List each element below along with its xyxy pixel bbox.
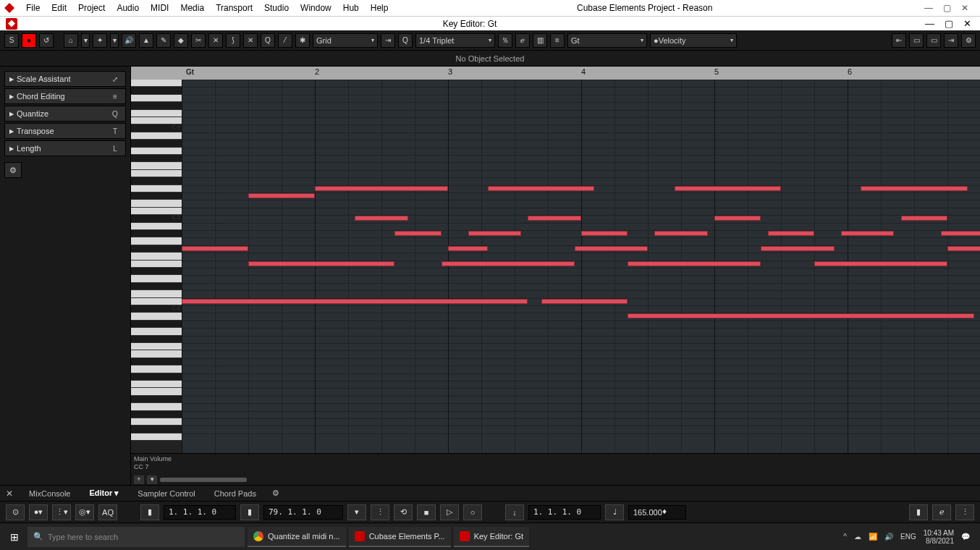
midi-note[interactable] xyxy=(841,231,895,236)
solo-button[interactable]: S xyxy=(4,33,19,48)
record-button[interactable]: ○ xyxy=(463,504,482,520)
start-button[interactable]: ⊞ xyxy=(4,527,25,547)
inspector-scale-assistant[interactable]: ▶Scale Assistant⤢ xyxy=(4,71,126,87)
menu-transport[interactable]: Transport xyxy=(210,1,258,14)
midi-note[interactable] xyxy=(941,231,980,236)
controller-lane[interactable]: Main Volume CC 7 xyxy=(131,453,980,475)
glue-tool[interactable]: ⟆ xyxy=(226,33,240,48)
quantize-apply-button[interactable]: Q xyxy=(398,33,413,48)
position-menu[interactable]: ▾ xyxy=(347,504,366,520)
menu-studio[interactable]: Studio xyxy=(258,1,295,14)
dropdown-icon[interactable]: ▾ xyxy=(81,33,90,48)
currently-edited-part-icon[interactable]: ≡ xyxy=(550,33,565,48)
acoustic-feedback-button[interactable]: 🔊 xyxy=(122,33,136,48)
tab-editor[interactable]: Editor ▾ xyxy=(86,487,122,499)
midi-note[interactable] xyxy=(768,231,814,236)
menu-audio[interactable]: Audio xyxy=(111,1,145,14)
zoom-tool[interactable]: ✕ xyxy=(243,33,258,48)
locator-left-icon[interactable]: ▮ xyxy=(140,504,159,520)
quantize-panel-button[interactable]: ℯ xyxy=(515,33,530,48)
menu-hub[interactable]: Hub xyxy=(337,1,365,14)
midi-note[interactable] xyxy=(675,186,781,191)
play-button[interactable]: ▷ xyxy=(440,504,459,520)
line-tool[interactable]: Q xyxy=(261,33,275,48)
midi-note[interactable] xyxy=(528,216,581,221)
inspector-settings-button[interactable]: ⚙ xyxy=(4,162,22,178)
tray-notifications-icon[interactable]: 💬 xyxy=(961,533,970,541)
left-locator-display[interactable]: 1. 1. 1. 0 xyxy=(164,505,236,520)
snap-type-select[interactable]: Grid▾ xyxy=(313,33,378,48)
taskbar-item-cubase-project[interactable]: Cubase Elements P... xyxy=(349,527,451,547)
menu-edit[interactable]: Edit xyxy=(46,1,72,14)
edited-part-select[interactable]: Gt▾ xyxy=(567,33,647,48)
midi-note[interactable] xyxy=(355,216,408,221)
transport-settings[interactable]: ⋮ xyxy=(955,504,974,520)
midi-note[interactable] xyxy=(394,231,441,236)
inspector-transpose[interactable]: ▶TransposeT xyxy=(4,123,126,139)
tray-network-icon[interactable]: 📶 xyxy=(869,533,877,541)
zone-layout-1[interactable]: ▭ xyxy=(909,33,924,48)
snap-to-grid-icon[interactable]: ⇥ xyxy=(381,33,395,48)
inspector-length[interactable]: ▶LengthL xyxy=(4,140,126,156)
cycle-button[interactable]: ◎▾ xyxy=(75,504,94,520)
midi-note[interactable] xyxy=(901,216,947,221)
midi-note[interactable] xyxy=(654,231,708,236)
tab-chord-pads[interactable]: Chord Pads xyxy=(211,488,259,499)
part-border-icon[interactable]: ▥ xyxy=(533,33,547,48)
midi-note[interactable] xyxy=(814,261,947,266)
zoom-in-button[interactable]: + xyxy=(134,475,144,484)
tray-clock[interactable]: 10:43 AM 8/8/2021 xyxy=(924,529,954,545)
ke-minimize-button[interactable]: — xyxy=(925,18,934,29)
midi-note[interactable] xyxy=(488,186,594,191)
show-info-button[interactable]: ⌂ xyxy=(64,33,78,48)
midi-note[interactable] xyxy=(714,216,761,221)
taskbar-item-chrome[interactable]: Quantize all midi n... xyxy=(248,527,346,547)
taskbar-item-key-editor[interactable]: Key Editor: Gt xyxy=(454,527,529,547)
right-locator-display[interactable]: 1. 1. 1. 0 xyxy=(528,505,601,520)
auto-scroll-button[interactable]: ✦ xyxy=(93,33,107,48)
count-in-button[interactable]: ℯ xyxy=(932,504,951,520)
main-maximize-button[interactable]: ▢ xyxy=(943,3,951,13)
tempo-track-button[interactable]: ♩ xyxy=(605,504,624,520)
iterative-quantize-icon[interactable]: ％ xyxy=(498,33,512,48)
stop-button[interactable]: ■ xyxy=(417,504,436,520)
menu-window[interactable]: Window xyxy=(295,1,337,14)
midi-note[interactable] xyxy=(761,246,834,251)
record-in-editor-button[interactable]: ● xyxy=(22,33,36,48)
select-tool[interactable]: ▲ xyxy=(139,33,153,48)
midi-note[interactable] xyxy=(575,246,648,251)
tab-sampler-control[interactable]: Sampler Control xyxy=(135,488,198,499)
punch-menu[interactable]: ⋮▾ xyxy=(52,504,71,520)
tray-chevron-icon[interactable]: ^ xyxy=(843,533,847,541)
midi-note[interactable] xyxy=(468,231,522,236)
midi-note[interactable] xyxy=(442,261,575,266)
taskbar-search[interactable]: 🔍 Type here to search xyxy=(28,527,245,547)
time-ruler[interactable]: Gt 23456 xyxy=(131,67,980,80)
midi-note[interactable] xyxy=(315,186,448,191)
midi-note[interactable] xyxy=(861,186,967,191)
transport-menu[interactable]: ⊙ xyxy=(6,504,25,520)
quantize-preset-select[interactable]: 1/4 Triplet▾ xyxy=(415,33,495,48)
main-close-button[interactable]: ✕ xyxy=(961,3,968,13)
midi-note[interactable] xyxy=(947,246,980,251)
midi-note[interactable] xyxy=(248,193,315,198)
main-minimize-button[interactable]: — xyxy=(924,3,933,13)
horizontal-scrollbar[interactable] xyxy=(160,478,247,482)
menu-media[interactable]: Media xyxy=(174,1,210,14)
locator-right-icon[interactable]: ▮ xyxy=(240,504,259,520)
zone-right-button[interactable]: ⇥ xyxy=(944,33,958,48)
lower-zone-settings[interactable]: ⚙ xyxy=(272,488,279,498)
dropdown-icon[interactable]: ▾ xyxy=(110,33,119,48)
trim-tool[interactable]: ✂ xyxy=(191,33,206,48)
auto-quantize-button[interactable]: AQ xyxy=(98,504,117,520)
time-warp-tool[interactable]: ∕ xyxy=(278,33,292,48)
midi-note[interactable] xyxy=(182,299,528,304)
inspector-chord-editing[interactable]: ▶Chord Editing≡ xyxy=(4,88,126,104)
menu-help[interactable]: Help xyxy=(365,1,394,14)
note-grid[interactable] xyxy=(182,80,980,453)
snap-toggle[interactable]: ✱ xyxy=(295,33,310,48)
position-display[interactable]: 79. 1. 1. 0 xyxy=(263,505,343,520)
rewind-button[interactable]: ⟲ xyxy=(394,504,413,520)
zone-left-button[interactable]: ⇤ xyxy=(892,33,906,48)
tray-onedrive-icon[interactable]: ☁ xyxy=(854,533,861,541)
